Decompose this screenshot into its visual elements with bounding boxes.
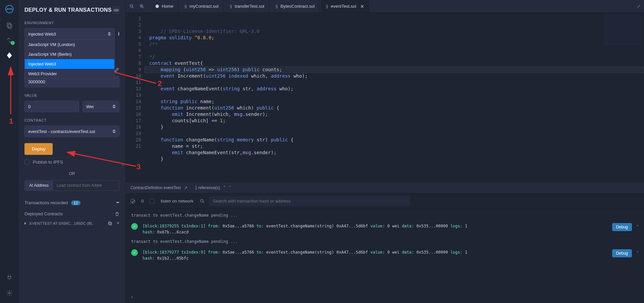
environment-info-icon[interactable]: i [118, 31, 119, 37]
env-option-web3provider[interactable]: Web3 Provider [25, 69, 114, 79]
listen-network-checkbox[interactable] [150, 199, 155, 204]
caret-icon [112, 104, 116, 109]
console-prompt[interactable]: › [130, 294, 133, 300]
deploy-run-icon[interactable] [6, 52, 13, 59]
main-area: ⬢Home §myContract.sol §transferTest.sol … [126, 0, 644, 303]
zoom-in-icon[interactable] [139, 4, 145, 9]
close-icon[interactable]: ✕ [116, 221, 119, 226]
code-area[interactable]: // SPDX-License-Identifier: GPL-3.0 prag… [145, 13, 644, 182]
tab-eventtest[interactable]: §eventTest.sol✕ [321, 0, 369, 12]
publish-ipfs-checkbox[interactable] [24, 160, 30, 165]
success-icon: ✓ [131, 223, 138, 230]
value-amount-input[interactable] [24, 101, 79, 112]
solidity-icon: § [230, 4, 232, 9]
zoom-out-icon[interactable] [129, 4, 135, 9]
tab-label: transferTest.sol [235, 4, 264, 9]
tx-search-input[interactable] [209, 196, 410, 206]
tab-label: BytesContract.sol [280, 4, 315, 9]
deploy-run-panel: DEPLOY & RUN TRANSACTIONS ⌨ ENVIRONMENT … [18, 0, 126, 303]
crumb-kind: ContractDefinition [130, 185, 162, 190]
contract-instance-row[interactable]: EVENTTEST AT 0X68C...185DC (BL ✕ [24, 221, 119, 226]
svg-rect-2 [8, 24, 11, 29]
current-line-highlight [145, 67, 644, 73]
value-label: VALUE [24, 93, 119, 97]
chevron-down-icon[interactable]: ˅ [637, 251, 639, 256]
terminal-toolbar: 0 listen on network [126, 193, 644, 209]
tab-home-label: Home [162, 4, 173, 9]
compiler-icon[interactable] [6, 37, 13, 44]
env-option-london[interactable]: JavaScript VM (London) [25, 40, 114, 49]
search-icon[interactable] [200, 199, 205, 204]
solidity-icon: § [184, 4, 187, 9]
deployed-contracts-label: Deployed Contracts [24, 211, 63, 216]
value-unit-select[interactable]: Wei [83, 101, 119, 112]
chevron-down-icon [116, 202, 119, 204]
tab-home[interactable]: ⬢Home [151, 0, 178, 12]
file-explorer-icon[interactable] [6, 22, 13, 29]
tab-bar: ⬢Home §myContract.sol §transferTest.sol … [126, 0, 644, 13]
tab-label: eventTest.sol [331, 4, 356, 9]
at-address-button[interactable]: At Address [24, 180, 53, 191]
console-line: transact to eventTest.changeName pending… [131, 212, 639, 218]
panel-shortcut-icon[interactable]: ⌨ [113, 7, 119, 13]
listen-network-label: listen on network [161, 199, 194, 204]
minimap[interactable] [604, 15, 641, 45]
account-edit-icon[interactable] [114, 67, 119, 73]
or-label: OR [24, 171, 119, 176]
console[interactable]: transact to eventTest.changeName pending… [126, 209, 644, 303]
ref-down-icon[interactable]: ˅ [229, 185, 231, 190]
expand-icon[interactable]: ⤢ [637, 4, 641, 9]
transactions-recorded-row[interactable]: Transactions recorded 12 [24, 200, 119, 205]
tx-recorded-count: 12 [71, 201, 80, 205]
tab-mycontract[interactable]: §myContract.sol [180, 0, 224, 12]
svg-line-7 [132, 7, 133, 8]
settings-gear-icon[interactable] [6, 290, 13, 296]
success-icon: ✓ [131, 249, 138, 256]
success-badge-icon [11, 41, 15, 45]
contract-selected-text: eventTest - contracts/eventTest.sol [28, 129, 95, 134]
ref-up-icon[interactable]: ˄ [223, 185, 225, 190]
svg-rect-4 [108, 222, 111, 224]
caret-icon [112, 129, 116, 134]
svg-point-3 [8, 292, 10, 294]
debug-button[interactable]: Debug [612, 249, 632, 257]
copy-icon[interactable] [108, 221, 112, 226]
tx-log[interactable]: [block:18379255 txIndex:1] from: 0x5ae..… [143, 223, 607, 235]
tab-label: myContract.sol [190, 4, 219, 9]
value-unit-text: Wei [86, 104, 94, 109]
instance-label: EVENTTEST AT 0X68C...185DC (BL [30, 221, 93, 225]
breadcrumb-bar: ContractDefinition eventTest ↗ 1 referen… [126, 182, 644, 193]
publish-ipfs-label: Publish to IPFS [33, 160, 63, 165]
contract-label: CONTRACT [24, 118, 119, 122]
tx-recorded-label: Transactions recorded [24, 200, 68, 205]
line-gutter: 123456789101112131415161718192021 [126, 13, 145, 182]
panel-collapse-icon[interactable] [121, 163, 125, 167]
clear-console-icon[interactable] [130, 199, 135, 204]
tx-log[interactable]: [block:18379277 txIndex:9] from: 0x5ae..… [143, 249, 607, 261]
deploy-button[interactable]: Deploy [24, 143, 53, 155]
debug-button[interactable]: Debug [612, 223, 632, 231]
tab-bytescontract[interactable]: §BytesContract.sol [271, 0, 320, 12]
crumb-name: eventTest [164, 185, 181, 190]
trash-icon[interactable] [115, 212, 119, 216]
solidity-icon: § [275, 4, 278, 9]
at-address-input[interactable] [53, 180, 119, 191]
env-option-injected[interactable]: Injected Web3 [25, 59, 114, 69]
svg-line-10 [143, 7, 144, 8]
caret-icon [108, 32, 111, 36]
plugin-manager-icon[interactable] [6, 274, 12, 280]
chevron-down-icon[interactable]: ˅ [637, 225, 639, 229]
remix-logo-icon[interactable] [4, 4, 14, 14]
environment-label: ENVIRONMENT [24, 21, 119, 25]
contract-select[interactable]: eventTest - contracts/eventTest.sol [24, 126, 119, 137]
env-option-berlin[interactable]: JavaScript VM (Berlin) [25, 49, 114, 59]
environment-select[interactable]: Injected Web3 JavaScript VM (London) Jav… [24, 28, 115, 40]
close-tab-icon[interactable]: ✕ [360, 4, 364, 9]
tab-transfertest[interactable]: §transferTest.sol [225, 0, 269, 12]
goto-icon[interactable]: ↗ [184, 185, 187, 190]
solidity-icon: § [326, 4, 328, 9]
code-editor[interactable]: 123456789101112131415161718192021 // SPD… [126, 13, 644, 182]
chevron-right-icon [24, 222, 26, 225]
crumb-refs[interactable]: 1 reference(s) [195, 185, 220, 190]
svg-rect-5 [109, 223, 111, 225]
